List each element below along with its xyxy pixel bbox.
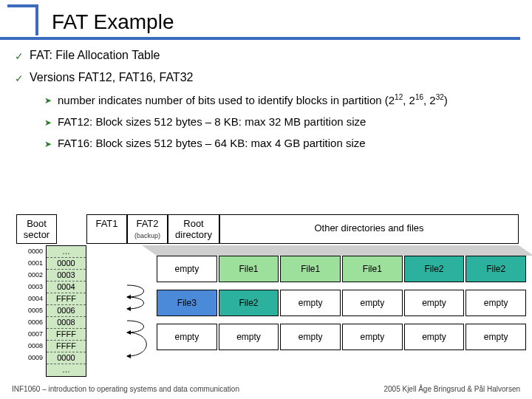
arrow-icon: ➤ — [44, 93, 52, 106]
disk-block: empty — [219, 324, 279, 350]
block-grid: emptyFile1File1File1File2File2File3File2… — [157, 256, 526, 350]
header-root: Root directory — [168, 214, 219, 244]
title-bar: FAT Example — [0, 0, 532, 35]
block-row: emptyemptyemptyemptyemptyempty — [157, 324, 526, 350]
header-other: Other directories and files — [219, 214, 519, 244]
fat-cell: 0004 — [47, 282, 86, 293]
bullet-1: ✓ FAT: File Allocation Table — [15, 49, 519, 62]
disk-block: empty — [466, 290, 526, 316]
fat-value-column: …000000030004FFFF00060008FFFFFFFF0000… — [46, 245, 86, 377]
block-row: File3File2emptyemptyemptyempty — [157, 290, 526, 316]
fat-cell: FFFF — [47, 329, 86, 341]
disk-block: empty — [280, 324, 341, 350]
check-icon: ✓ — [15, 71, 24, 84]
fat-diagram: Boot sector FAT1 FAT2(backup) Root direc… — [16, 214, 519, 377]
fat-address: 0007 — [16, 328, 46, 340]
disk-block: File3 — [157, 290, 217, 316]
subbullet-1: ➤ number indicates number of bits used t… — [44, 93, 519, 106]
fat-cell: 0006 — [47, 305, 86, 317]
subbullet-2-text: FAT12: Block sizes 512 bytes – 8 KB: max… — [58, 115, 366, 128]
disk-block: empty — [280, 290, 341, 316]
subbullet-1-text: number indicates number of bits used to … — [58, 93, 448, 106]
disk-block: File1 — [219, 256, 279, 282]
arrow-icon: ➤ — [44, 137, 52, 149]
bullet-area: ✓ FAT: File Allocation Table ✓ Versions … — [0, 35, 532, 149]
block-row: emptyFile1File1File1File2File2 — [157, 256, 526, 282]
fat-address: 0002 — [16, 269, 46, 281]
fat-address: 0008 — [16, 340, 46, 352]
bullet-2: ✓ Versions FAT12, FAT16, FAT32 — [15, 71, 519, 84]
disk-block: empty — [157, 324, 217, 350]
disk-block: File2 — [466, 256, 526, 282]
check-icon: ✓ — [15, 49, 24, 62]
disk-block: empty — [157, 256, 217, 282]
slide-footer: INF1060 – introduction to operating syst… — [12, 385, 520, 393]
fat-cell: FFFF — [47, 293, 86, 305]
fat-cell: FFFF — [47, 341, 86, 352]
fat-cell: … — [47, 364, 86, 376]
fat-cell: … — [47, 246, 86, 258]
disk-block: empty — [342, 324, 403, 350]
disk-block: File2 — [219, 290, 279, 316]
subbullet-3: ➤ FAT16: Block sizes 512 bytes – 64 KB: … — [44, 137, 519, 149]
fat-address: 0001 — [16, 257, 46, 269]
bullet-2-text: Versions FAT12, FAT16, FAT32 — [30, 71, 193, 84]
slide-title: FAT Example — [52, 10, 532, 34]
fat-address: 0000 — [16, 245, 46, 257]
fat-cell: 0003 — [47, 270, 86, 282]
fat-address: 0003 — [16, 281, 46, 293]
disk-block: File1 — [342, 256, 403, 282]
expand-wedge — [142, 245, 532, 256]
disk-block: File2 — [404, 256, 465, 282]
bullet-1-text: FAT: File Allocation Table — [30, 49, 160, 62]
fat-cell: 0008 — [47, 317, 86, 329]
title-underline — [0, 37, 520, 40]
fat-cell: 0000 — [47, 258, 86, 270]
header-fat1: FAT1 — [86, 214, 127, 244]
footer-left: INF1060 – introduction to operating syst… — [12, 385, 239, 393]
fat-address: 0006 — [16, 316, 46, 328]
disk-block: File1 — [280, 256, 341, 282]
subbullet-2: ➤ FAT12: Block sizes 512 bytes – 8 KB: m… — [44, 115, 519, 128]
header-fat2: FAT2(backup) — [127, 214, 168, 244]
footer-right: 2005 Kjell Åge Bringsrud & Pål Halvorsen — [383, 385, 520, 393]
fat-address: 0004 — [16, 293, 46, 304]
disk-block: empty — [404, 290, 465, 316]
fat-address: 0009 — [16, 352, 46, 364]
fat-address: 0005 — [16, 304, 46, 316]
fat-cell: 0000 — [47, 352, 86, 364]
disk-block: empty — [466, 324, 526, 350]
header-boot: Boot sector — [16, 214, 57, 244]
title-ornament — [7, 4, 38, 35]
disk-block: empty — [342, 290, 403, 316]
fat-address-column: 0000000100020003000400050006000700080009 — [16, 245, 46, 377]
layout-header-row: Boot sector FAT1 FAT2(backup) Root direc… — [16, 214, 519, 244]
disk-block: empty — [404, 324, 465, 350]
subbullet-3-text: FAT16: Block sizes 512 bytes – 64 KB: ma… — [58, 137, 366, 149]
arrow-icon: ➤ — [44, 115, 52, 128]
